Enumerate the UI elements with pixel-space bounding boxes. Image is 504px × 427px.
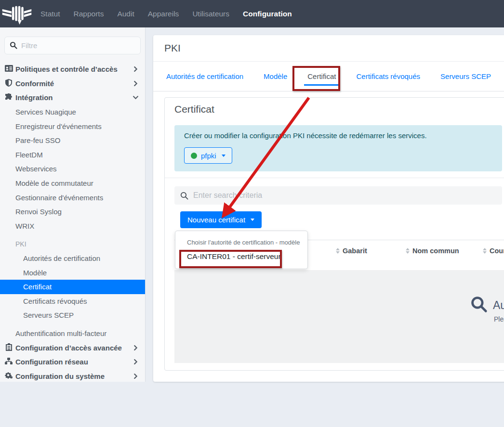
nav-item-utilisateurs[interactable]: Utilisateurs	[186, 10, 236, 18]
caret-down-icon	[251, 219, 254, 221]
chevron-right-icon	[133, 345, 138, 350]
nouveau-certificat-dropdown-menu: Choisir l'autorité de certification - mo…	[175, 231, 308, 269]
column-header-gabarit[interactable]: Gabarit	[336, 247, 367, 255]
sort-icon	[336, 248, 340, 254]
sidebar-item-configuration-reseau[interactable]: Configuration réseau	[0, 355, 145, 369]
barbed-wire-logo-icon	[2, 3, 32, 25]
sidebar-item-gestionnaire-evenements[interactable]: Gestionnaire d'événements	[0, 190, 145, 205]
nav-item-appareils[interactable]: Appareils	[141, 10, 186, 18]
sidebar-item-modele[interactable]: Modèle	[0, 265, 145, 280]
main-panel: PKI Autorités de certification Modèle Ce…	[153, 35, 504, 382]
chevron-right-icon	[133, 374, 138, 379]
sidebar-item-configuration-systeme[interactable]: Configuration du système	[0, 369, 145, 383]
column-header-courriel[interactable]: Courrie	[483, 247, 504, 255]
id-card-icon	[4, 65, 13, 73]
chevron-right-icon	[133, 359, 138, 364]
puzzle-piece-icon	[4, 93, 13, 102]
sidebar-section-pki: PKI	[0, 237, 145, 251]
chevron-down-icon	[133, 95, 138, 100]
certificate-search-bar	[174, 186, 502, 205]
service-status-running-icon	[191, 153, 197, 159]
sidebar-item-autorites-certification[interactable]: Autorités de certification	[0, 251, 145, 266]
sidebar-item-webservices[interactable]: Webservices	[0, 162, 145, 176]
sidebar-item-pare-feu-sso[interactable]: Pare-feu SSO	[0, 133, 145, 148]
sidebar-item-enregistreur-evenements[interactable]: Enregistreur d'événements	[0, 119, 145, 133]
top-navbar: Statut Rapports Audit Appareils Utilisat…	[0, 0, 504, 27]
sidebar-item-renvoi-syslog[interactable]: Renvoi Syslog	[0, 205, 145, 219]
navbar-menu: Statut Rapports Audit Appareils Utilisat…	[34, 10, 299, 18]
page-title: PKI	[164, 42, 181, 54]
certificate-search-input[interactable]	[193, 191, 496, 200]
caret-down-icon	[222, 155, 225, 157]
packetfence-logo-icon[interactable]	[0, 0, 34, 27]
search-icon	[180, 192, 188, 200]
alert-text: Créer ou modifier la configuration PKI n…	[184, 131, 427, 140]
shield-icon	[4, 79, 13, 88]
restart-services-alert: Créer ou modifier la configuration PKI n…	[174, 125, 502, 171]
tab-serveurs-scep[interactable]: Serveurs SCEP	[440, 72, 491, 80]
tab-certificats-revoques[interactable]: Certificats révoqués	[356, 72, 420, 80]
empty-results-area	[174, 270, 504, 363]
chevron-right-icon	[133, 81, 138, 86]
dropdown-item-ca-inter01[interactable]: CA-INTER01 - certif-serveur	[187, 252, 281, 261]
sidebar-filter-input[interactable]	[4, 37, 141, 54]
sidebar-item-services-nuagique[interactable]: Services Nuagique	[0, 105, 145, 119]
sidebar-item-politiques[interactable]: Politiques et contrôle d’accès	[0, 62, 145, 77]
tab-autorites-certification[interactable]: Autorités de certification	[166, 72, 243, 80]
empty-state-title: Au	[493, 299, 504, 312]
configuration-sidebar: Politiques et contrôle d’accès Conformit…	[0, 27, 146, 382]
column-header-nom-commun[interactable]: Nom commun	[406, 247, 459, 255]
sidebar-item-fleetdm[interactable]: FleetDM	[0, 148, 145, 162]
sidebar-item-serveurs-scep[interactable]: Serveurs SCEP	[0, 308, 145, 323]
nav-item-configuration[interactable]: Configuration	[236, 10, 299, 18]
sidebar-item-wrix[interactable]: WRIX	[0, 219, 145, 233]
empty-state-subtitle: Plea	[494, 315, 504, 323]
sidebar-item-conformite[interactable]: Conformité	[0, 77, 145, 91]
service-name: pfpki	[201, 152, 216, 160]
gears-icon	[4, 372, 13, 380]
pfpki-service-dropdown-button[interactable]: pfpki	[184, 147, 232, 164]
nav-item-audit[interactable]: Audit	[110, 10, 141, 18]
sort-icon	[406, 248, 410, 254]
pki-tabs: Autorités de certification Modèle Certif…	[153, 62, 504, 91]
sidebar-item-integration[interactable]: Intégration	[0, 91, 145, 105]
sort-icon	[483, 248, 487, 254]
tab-certificat[interactable]: Certificat	[307, 72, 336, 80]
network-diagram-icon	[4, 358, 13, 366]
sidebar-item-certificats-revoques[interactable]: Certificats révoqués	[0, 294, 145, 309]
card-title: Certificat	[174, 104, 214, 115]
magnifier-icon	[470, 295, 488, 315]
sidebar-item-certificat[interactable]: Certificat	[0, 280, 145, 294]
sidebar-item-modele-commutateur[interactable]: Modèle de commutateur	[0, 176, 145, 191]
sidebar-item-configuration-acces-avancee[interactable]: Configuration d’accès avancée	[0, 340, 145, 355]
tab-modele[interactable]: Modèle	[264, 72, 287, 80]
search-icon	[10, 41, 17, 51]
divider	[165, 178, 504, 178]
dropdown-header: Choisir l'autorité de certification - mo…	[187, 239, 300, 246]
nouveau-certificat-button[interactable]: Nouveau certificat	[180, 211, 262, 228]
nav-item-statut[interactable]: Statut	[34, 10, 67, 18]
sidebar-item-authentification-multi-facteur[interactable]: Authentification multi-facteur	[0, 326, 145, 341]
page-header: PKI	[153, 35, 504, 62]
chevron-right-icon	[133, 66, 138, 72]
sidebar-filter	[4, 37, 141, 54]
nav-item-rapports[interactable]: Rapports	[67, 10, 111, 18]
clipboard-list-icon	[4, 343, 13, 352]
